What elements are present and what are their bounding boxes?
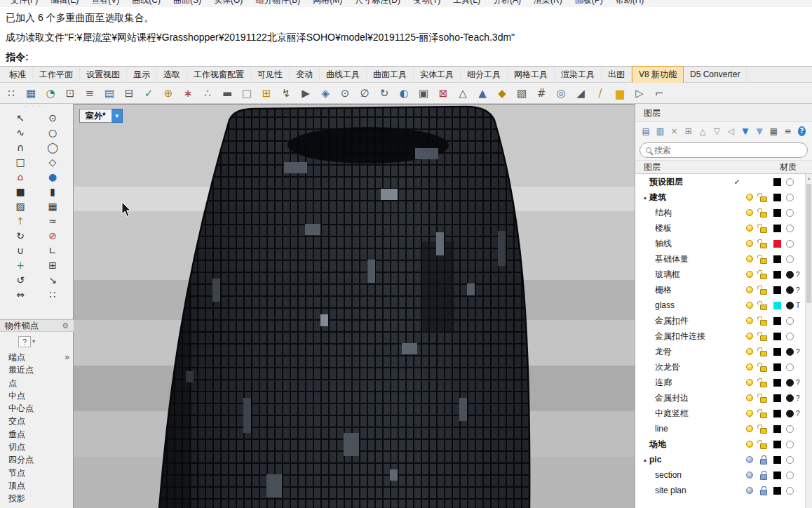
help-button[interactable]: ? bbox=[798, 126, 806, 136]
layer-color-swatch[interactable] bbox=[773, 472, 781, 479]
menu-item[interactable]: 渲染(R) bbox=[527, 0, 569, 7]
layer-material-icon[interactable] bbox=[786, 286, 794, 294]
tool-icon-16[interactable]: ▶ bbox=[297, 85, 314, 102]
layer-lock-icon[interactable] bbox=[760, 474, 767, 480]
rectangle-tool-icon[interactable]: □ bbox=[4, 154, 36, 169]
tool-icon-27[interactable]: ▧ bbox=[513, 85, 530, 102]
layer-color-swatch[interactable] bbox=[773, 302, 781, 309]
chevron-right-icon[interactable]: » bbox=[65, 351, 69, 363]
layer-color-swatch[interactable] bbox=[773, 363, 781, 371]
layer-lock-icon[interactable] bbox=[760, 351, 767, 356]
layer-visibility-bulb-icon[interactable] bbox=[746, 317, 753, 324]
layer-lock-icon[interactable] bbox=[760, 335, 767, 341]
layer-row[interactable]: 金属扣件连接 bbox=[635, 328, 805, 344]
menu-item[interactable]: 工具(L) bbox=[447, 0, 487, 7]
tool-icon-06[interactable]: ▤ bbox=[101, 85, 118, 102]
scale-tool-icon[interactable]: ↘ bbox=[36, 272, 69, 287]
layer-row[interactable]: 栅格? bbox=[635, 282, 805, 298]
tool-icon-09[interactable]: ⊕ bbox=[160, 85, 177, 102]
fillet-tool-icon[interactable]: ∟ bbox=[36, 243, 69, 258]
tool-icon-12[interactable]: ▬ bbox=[219, 85, 236, 102]
toolbar-tab[interactable]: 渲染工具 bbox=[555, 67, 602, 83]
layer-lock-icon[interactable] bbox=[760, 320, 767, 326]
tool-icon-29[interactable]: ◎ bbox=[553, 85, 569, 102]
loft-tool-icon[interactable]: ≈ bbox=[36, 213, 69, 228]
layer-color-swatch[interactable] bbox=[773, 194, 781, 201]
layer-lock-icon[interactable] bbox=[760, 490, 767, 495]
tool-icon-05[interactable]: ≡ bbox=[81, 85, 98, 102]
layer-lock-icon[interactable] bbox=[760, 413, 767, 418]
layer-lock-icon[interactable] bbox=[760, 227, 767, 233]
layer-lock-icon[interactable] bbox=[760, 305, 767, 310]
layer-visibility-bulb-icon[interactable] bbox=[746, 333, 753, 340]
layer-material-icon[interactable] bbox=[786, 209, 794, 217]
layer-row[interactable]: ▲建筑 bbox=[635, 189, 805, 205]
layer-color-swatch[interactable] bbox=[773, 317, 781, 325]
select-arrow-tool-icon[interactable]: ↖ bbox=[4, 110, 36, 125]
osnap-item[interactable]: 顶点 bbox=[0, 479, 74, 492]
layer-color-swatch[interactable] bbox=[773, 209, 781, 217]
layer-lock-icon[interactable] bbox=[760, 212, 767, 218]
tool-icon-11[interactable]: ∴ bbox=[199, 85, 216, 102]
layer-visibility-bulb-icon[interactable] bbox=[746, 425, 753, 432]
layer-material-icon[interactable] bbox=[786, 225, 794, 232]
tool-icon-04[interactable]: ⊡ bbox=[62, 85, 79, 102]
toolbar-tab[interactable]: 曲面工具 bbox=[367, 67, 414, 83]
layer-material-icon[interactable] bbox=[786, 255, 794, 263]
layer-row[interactable]: 连廊? bbox=[635, 375, 805, 390]
layer-color-swatch[interactable] bbox=[773, 348, 781, 356]
menu-item[interactable]: 曲面(S) bbox=[167, 0, 208, 7]
layer-lock-icon[interactable] bbox=[760, 459, 767, 464]
menu-item[interactable]: 细分物件(B) bbox=[249, 0, 306, 7]
command-input[interactable] bbox=[33, 47, 806, 67]
osnap-item[interactable]: 中点 bbox=[0, 389, 74, 402]
tool-icon-13[interactable]: □ bbox=[238, 85, 255, 102]
layer-visibility-bulb-icon[interactable] bbox=[746, 194, 753, 201]
layer-lock-icon[interactable] bbox=[760, 258, 767, 264]
mirror-tool-icon[interactable]: ⇔ bbox=[4, 287, 36, 302]
scrollbar[interactable]: ▲ bbox=[805, 174, 812, 508]
layer-color-swatch[interactable] bbox=[773, 271, 781, 279]
tool-icon-26[interactable]: ◆ bbox=[494, 85, 510, 102]
viewport-menu-arrow-icon[interactable]: ▼ bbox=[112, 109, 123, 123]
osnap-item[interactable]: 交点 bbox=[0, 415, 74, 427]
tool-icon-01[interactable]: ∷ bbox=[3, 85, 20, 102]
toolbar-tab[interactable]: V8 新功能 bbox=[632, 66, 684, 83]
tool-icon-14[interactable]: ⊞ bbox=[258, 85, 275, 102]
layer-row[interactable]: site plan bbox=[635, 483, 805, 498]
layer-lock-icon[interactable] bbox=[760, 196, 767, 202]
delete-layer-button[interactable]: × bbox=[670, 126, 678, 136]
layer-visibility-bulb-icon[interactable] bbox=[746, 410, 753, 417]
osnap-help-button[interactable]: ? bbox=[18, 336, 31, 347]
layer-material-icon[interactable] bbox=[786, 425, 794, 433]
point-tool-icon[interactable]: ⊙ bbox=[36, 110, 69, 125]
move-up-button[interactable]: △ bbox=[698, 126, 707, 136]
layer-material-icon[interactable] bbox=[786, 441, 794, 448]
sphere-tool-icon[interactable]: ● bbox=[36, 169, 69, 184]
tool-icon-28[interactable]: # bbox=[533, 85, 550, 102]
layer-visibility-bulb-icon[interactable] bbox=[746, 441, 753, 448]
layer-color-swatch[interactable] bbox=[773, 425, 781, 433]
layer-row[interactable]: 预设图层✓ bbox=[635, 174, 805, 189]
new-sublayer-button[interactable]: ▥ bbox=[656, 126, 664, 136]
layer-row[interactable]: 中庭竖框? bbox=[635, 406, 805, 421]
surface-tool-icon[interactable]: ▨ bbox=[4, 199, 36, 213]
menu-item[interactable]: 文件(F) bbox=[4, 0, 44, 7]
layer-row[interactable]: 金属封边? bbox=[635, 390, 805, 406]
layer-material-icon[interactable] bbox=[786, 271, 794, 279]
filter-button[interactable]: ▼ bbox=[741, 126, 750, 136]
gear-icon[interactable]: ⚙ bbox=[62, 321, 69, 330]
menu-item[interactable]: 编辑(E) bbox=[44, 0, 85, 7]
collapse-arrow-icon[interactable]: ▲ bbox=[641, 195, 649, 200]
layer-visibility-bulb-icon[interactable] bbox=[746, 255, 753, 262]
toolbar-tab[interactable]: 显示 bbox=[127, 67, 157, 83]
tool-icon-02[interactable]: ▦ bbox=[22, 85, 39, 102]
toolbar-tab[interactable]: 标准 bbox=[3, 67, 33, 83]
layer-material-icon[interactable] bbox=[786, 333, 794, 340]
toolbar-tab[interactable]: 实体工具 bbox=[414, 67, 461, 83]
toolbar-tab[interactable]: 选取 bbox=[157, 67, 187, 83]
osnap-item[interactable]: 中心点 bbox=[0, 402, 74, 415]
layer-row[interactable]: 玻璃框? bbox=[635, 267, 805, 282]
layer-material-icon[interactable] bbox=[786, 348, 794, 356]
mesh-tool-icon[interactable]: ▦ bbox=[36, 199, 69, 213]
